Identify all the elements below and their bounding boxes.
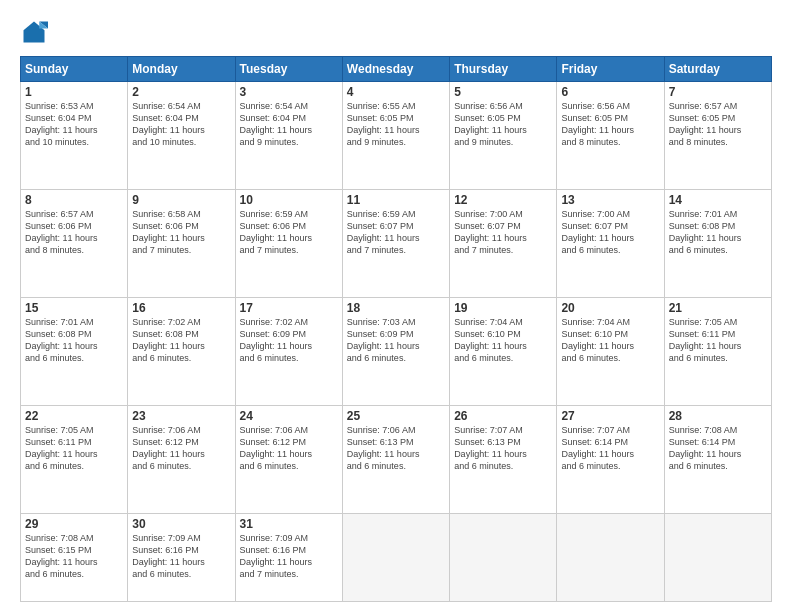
calendar-cell: 3Sunrise: 6:54 AMSunset: 6:04 PMDaylight…: [235, 82, 342, 190]
cell-info: Sunrise: 7:06 AMSunset: 6:12 PMDaylight:…: [132, 424, 230, 473]
cell-info: Sunrise: 7:08 AMSunset: 6:15 PMDaylight:…: [25, 532, 123, 581]
cell-info: Sunrise: 7:00 AMSunset: 6:07 PMDaylight:…: [454, 208, 552, 257]
day-number: 22: [25, 409, 123, 423]
calendar-cell: 31Sunrise: 7:09 AMSunset: 6:16 PMDayligh…: [235, 513, 342, 601]
cell-info: Sunrise: 7:05 AMSunset: 6:11 PMDaylight:…: [669, 316, 767, 365]
calendar-cell: 24Sunrise: 7:06 AMSunset: 6:12 PMDayligh…: [235, 405, 342, 513]
weekday-header-sunday: Sunday: [21, 57, 128, 82]
cell-info: Sunrise: 6:54 AMSunset: 6:04 PMDaylight:…: [240, 100, 338, 149]
day-number: 18: [347, 301, 445, 315]
weekday-header-thursday: Thursday: [450, 57, 557, 82]
cell-info: Sunrise: 7:07 AMSunset: 6:14 PMDaylight:…: [561, 424, 659, 473]
calendar-cell: [664, 513, 771, 601]
calendar-cell: [557, 513, 664, 601]
day-number: 13: [561, 193, 659, 207]
calendar-cell: 7Sunrise: 6:57 AMSunset: 6:05 PMDaylight…: [664, 82, 771, 190]
calendar-cell: 5Sunrise: 6:56 AMSunset: 6:05 PMDaylight…: [450, 82, 557, 190]
day-number: 7: [669, 85, 767, 99]
day-number: 12: [454, 193, 552, 207]
cell-info: Sunrise: 7:03 AMSunset: 6:09 PMDaylight:…: [347, 316, 445, 365]
logo-icon: [20, 18, 48, 46]
day-number: 5: [454, 85, 552, 99]
weekday-header-friday: Friday: [557, 57, 664, 82]
calendar-cell: 6Sunrise: 6:56 AMSunset: 6:05 PMDaylight…: [557, 82, 664, 190]
day-number: 2: [132, 85, 230, 99]
day-number: 6: [561, 85, 659, 99]
calendar-cell: 12Sunrise: 7:00 AMSunset: 6:07 PMDayligh…: [450, 189, 557, 297]
calendar-cell: 25Sunrise: 7:06 AMSunset: 6:13 PMDayligh…: [342, 405, 449, 513]
day-number: 8: [25, 193, 123, 207]
cell-info: Sunrise: 7:09 AMSunset: 6:16 PMDaylight:…: [240, 532, 338, 581]
day-number: 30: [132, 517, 230, 531]
calendar-cell: 28Sunrise: 7:08 AMSunset: 6:14 PMDayligh…: [664, 405, 771, 513]
day-number: 28: [669, 409, 767, 423]
calendar-cell: 17Sunrise: 7:02 AMSunset: 6:09 PMDayligh…: [235, 297, 342, 405]
cell-info: Sunrise: 6:59 AMSunset: 6:07 PMDaylight:…: [347, 208, 445, 257]
calendar-cell: 2Sunrise: 6:54 AMSunset: 6:04 PMDaylight…: [128, 82, 235, 190]
cell-info: Sunrise: 6:54 AMSunset: 6:04 PMDaylight:…: [132, 100, 230, 149]
day-number: 23: [132, 409, 230, 423]
day-number: 10: [240, 193, 338, 207]
calendar-cell: [342, 513, 449, 601]
day-number: 27: [561, 409, 659, 423]
header: [20, 18, 772, 46]
day-number: 14: [669, 193, 767, 207]
weekday-header-wednesday: Wednesday: [342, 57, 449, 82]
calendar-cell: 23Sunrise: 7:06 AMSunset: 6:12 PMDayligh…: [128, 405, 235, 513]
cell-info: Sunrise: 7:04 AMSunset: 6:10 PMDaylight:…: [454, 316, 552, 365]
calendar-cell: 9Sunrise: 6:58 AMSunset: 6:06 PMDaylight…: [128, 189, 235, 297]
cell-info: Sunrise: 7:01 AMSunset: 6:08 PMDaylight:…: [25, 316, 123, 365]
day-number: 20: [561, 301, 659, 315]
calendar-cell: 4Sunrise: 6:55 AMSunset: 6:05 PMDaylight…: [342, 82, 449, 190]
cell-info: Sunrise: 7:09 AMSunset: 6:16 PMDaylight:…: [132, 532, 230, 581]
calendar-cell: 30Sunrise: 7:09 AMSunset: 6:16 PMDayligh…: [128, 513, 235, 601]
cell-info: Sunrise: 7:06 AMSunset: 6:12 PMDaylight:…: [240, 424, 338, 473]
calendar-cell: [450, 513, 557, 601]
calendar-cell: 21Sunrise: 7:05 AMSunset: 6:11 PMDayligh…: [664, 297, 771, 405]
cell-info: Sunrise: 6:58 AMSunset: 6:06 PMDaylight:…: [132, 208, 230, 257]
cell-info: Sunrise: 6:56 AMSunset: 6:05 PMDaylight:…: [454, 100, 552, 149]
day-number: 25: [347, 409, 445, 423]
cell-info: Sunrise: 6:57 AMSunset: 6:05 PMDaylight:…: [669, 100, 767, 149]
cell-info: Sunrise: 7:07 AMSunset: 6:13 PMDaylight:…: [454, 424, 552, 473]
cell-info: Sunrise: 7:00 AMSunset: 6:07 PMDaylight:…: [561, 208, 659, 257]
cell-info: Sunrise: 7:08 AMSunset: 6:14 PMDaylight:…: [669, 424, 767, 473]
cell-info: Sunrise: 7:01 AMSunset: 6:08 PMDaylight:…: [669, 208, 767, 257]
calendar-cell: 13Sunrise: 7:00 AMSunset: 6:07 PMDayligh…: [557, 189, 664, 297]
logo: [20, 18, 52, 46]
cell-info: Sunrise: 7:02 AMSunset: 6:08 PMDaylight:…: [132, 316, 230, 365]
day-number: 24: [240, 409, 338, 423]
day-number: 17: [240, 301, 338, 315]
calendar-cell: 22Sunrise: 7:05 AMSunset: 6:11 PMDayligh…: [21, 405, 128, 513]
calendar-cell: 1Sunrise: 6:53 AMSunset: 6:04 PMDaylight…: [21, 82, 128, 190]
cell-info: Sunrise: 6:59 AMSunset: 6:06 PMDaylight:…: [240, 208, 338, 257]
day-number: 21: [669, 301, 767, 315]
cell-info: Sunrise: 7:06 AMSunset: 6:13 PMDaylight:…: [347, 424, 445, 473]
calendar-cell: 10Sunrise: 6:59 AMSunset: 6:06 PMDayligh…: [235, 189, 342, 297]
day-number: 31: [240, 517, 338, 531]
calendar-cell: 16Sunrise: 7:02 AMSunset: 6:08 PMDayligh…: [128, 297, 235, 405]
day-number: 1: [25, 85, 123, 99]
cell-info: Sunrise: 6:57 AMSunset: 6:06 PMDaylight:…: [25, 208, 123, 257]
day-number: 29: [25, 517, 123, 531]
day-number: 4: [347, 85, 445, 99]
weekday-header-monday: Monday: [128, 57, 235, 82]
weekday-header-saturday: Saturday: [664, 57, 771, 82]
day-number: 26: [454, 409, 552, 423]
day-number: 15: [25, 301, 123, 315]
calendar-cell: 11Sunrise: 6:59 AMSunset: 6:07 PMDayligh…: [342, 189, 449, 297]
cell-info: Sunrise: 7:04 AMSunset: 6:10 PMDaylight:…: [561, 316, 659, 365]
day-number: 16: [132, 301, 230, 315]
calendar-cell: 27Sunrise: 7:07 AMSunset: 6:14 PMDayligh…: [557, 405, 664, 513]
cell-info: Sunrise: 7:02 AMSunset: 6:09 PMDaylight:…: [240, 316, 338, 365]
calendar-cell: 26Sunrise: 7:07 AMSunset: 6:13 PMDayligh…: [450, 405, 557, 513]
calendar-cell: 20Sunrise: 7:04 AMSunset: 6:10 PMDayligh…: [557, 297, 664, 405]
calendar-cell: 19Sunrise: 7:04 AMSunset: 6:10 PMDayligh…: [450, 297, 557, 405]
cell-info: Sunrise: 7:05 AMSunset: 6:11 PMDaylight:…: [25, 424, 123, 473]
day-number: 11: [347, 193, 445, 207]
calendar-cell: 29Sunrise: 7:08 AMSunset: 6:15 PMDayligh…: [21, 513, 128, 601]
calendar-cell: 18Sunrise: 7:03 AMSunset: 6:09 PMDayligh…: [342, 297, 449, 405]
calendar-cell: 14Sunrise: 7:01 AMSunset: 6:08 PMDayligh…: [664, 189, 771, 297]
cell-info: Sunrise: 6:56 AMSunset: 6:05 PMDaylight:…: [561, 100, 659, 149]
weekday-header-tuesday: Tuesday: [235, 57, 342, 82]
